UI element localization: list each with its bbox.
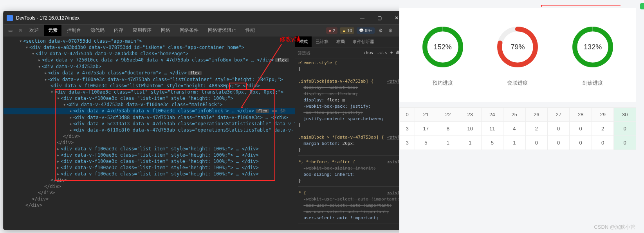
td: 0	[614, 122, 636, 136]
dom-line[interactable]: <div data-v-5c333a13 data-v-47d753ab cla…	[73, 121, 295, 126]
td: 3	[400, 122, 415, 136]
dom-line-selected[interactable]: <div data-v-47d753ab data-v-f100ae3c cla…	[73, 108, 254, 114]
th: 30	[614, 108, 636, 122]
td: 1	[503, 136, 525, 150]
td: 10	[459, 122, 481, 136]
td: 0	[570, 136, 592, 150]
dom-line[interactable]: <div data-v-725010cc data-v-9b5aeb40 dat…	[42, 57, 274, 63]
th: 29	[592, 108, 613, 122]
status-dot	[640, 3, 644, 9]
dom-line[interactable]: <section data-v-078753dd class="app-main…	[23, 38, 142, 44]
tab-netcond[interactable]: 网络条件	[176, 25, 202, 36]
tab-perf[interactable]: 性能	[242, 25, 259, 36]
td: 4	[503, 122, 525, 136]
dom-line[interactable]: </div>	[32, 196, 49, 202]
dom-line[interactable]: <div data-v-47d753ab data-v-f100ae3c cla…	[67, 102, 222, 107]
style-rules[interactable]: element.style { } <style> .infoBlock[dat…	[295, 58, 408, 230]
info-badge[interactable]: 99+	[357, 27, 375, 34]
dom-line[interactable]: <div data-v-f100ae3c class="list-item" s…	[61, 159, 259, 164]
td: 2	[525, 122, 547, 136]
events-tab[interactable]: 事件侦听器	[349, 36, 378, 47]
td: 0	[547, 136, 569, 150]
td: 5	[415, 136, 437, 150]
device-icon[interactable]: ⎚	[16, 26, 24, 35]
tab-application[interactable]: 应用程序	[129, 25, 155, 36]
progress-cards: 152% 预约进度 79% 套联进度 132% 到诊进度	[399, 8, 636, 102]
tab-network[interactable]: 网络	[157, 25, 174, 36]
dom-line[interactable]: <div data-v-f100ae3c data-v-47d753ab cla…	[48, 77, 283, 82]
layout-badge: flex	[188, 71, 202, 75]
td: 5	[481, 136, 503, 150]
th: 22	[437, 108, 459, 122]
tab-memory[interactable]: 内存	[110, 25, 127, 36]
td: 17	[415, 122, 437, 136]
progress-card-0: 152% 预约进度	[421, 25, 464, 96]
dom-tree[interactable]: ▾<section data-v-078753dd class="app-mai…	[4, 36, 295, 230]
layout-tab[interactable]: 布局	[332, 36, 349, 47]
tab-elements[interactable]: 元素	[44, 25, 61, 36]
tab-console[interactable]: 控制台	[63, 25, 85, 36]
hov-toggle[interactable]: :hov	[363, 50, 374, 55]
new-rule-icon[interactable]: +	[390, 50, 393, 55]
tab-welcome[interactable]: 欢迎	[25, 25, 43, 36]
td: 11	[481, 122, 503, 136]
warnings-badge[interactable]: 10	[340, 27, 354, 34]
dom-line[interactable]: </div>	[57, 140, 74, 145]
app-right-panel: 152% 预约进度 79% 套联进度 132% 到诊进度 0 21 22	[399, 0, 644, 233]
maximize-button[interactable]: ▢	[371, 11, 388, 25]
td: 0	[525, 136, 547, 150]
dom-line[interactable]: </div>	[44, 184, 61, 189]
dom-line[interactable]: <div data-v-f100ae3c class="listPhantom"…	[51, 83, 260, 89]
cls-toggle[interactable]: .cls	[377, 50, 387, 55]
dom-line[interactable]: <div data-v-47d753ab data-v-a83bd3b0 cla…	[36, 51, 188, 56]
dom-line[interactable]: </div>	[38, 190, 55, 195]
donut-0: 152%	[421, 25, 464, 69]
styles-panel: 样式 已计算 布局 事件侦听器 » :hov .cls + 🖶 ▣ elemen…	[295, 36, 408, 230]
annotation-arrow-top	[542, 5, 621, 6]
tab-netblock[interactable]: 网络请求阻止	[204, 25, 240, 36]
th: 21	[415, 108, 437, 122]
dom-line[interactable]: </div>	[63, 134, 80, 139]
donut-1: 79%	[496, 25, 539, 69]
window-title: DevTools - 172.16.0.127/index	[16, 15, 79, 21]
inspect-icon[interactable]: ▭	[6, 26, 15, 35]
computed-tab[interactable]: 已计算	[312, 36, 332, 47]
td: 0	[614, 136, 636, 150]
devtools-icon	[7, 15, 13, 21]
donut-2: 132%	[571, 25, 614, 69]
dom-line[interactable]: </div>	[25, 202, 42, 208]
donut-value: 79%	[496, 25, 539, 69]
dom-line[interactable]: <div data-v-f100ae3c class="list-item" s…	[61, 152, 259, 158]
styles-filter-input[interactable]	[298, 51, 318, 55]
td: 0	[592, 136, 613, 150]
th: 25	[503, 108, 525, 122]
dom-line[interactable]: <div data-v-f100ae3c class="list-item" s…	[61, 171, 259, 177]
donut-label: 套联进度	[507, 79, 528, 87]
dom-line[interactable]: <div data-v-f100ae3c class="list-item" s…	[61, 96, 233, 101]
td: 0	[547, 122, 569, 136]
panel-tabs: ▭ ⎚ 欢迎 元素 控制台 源代码 内存 应用程序 网络 网络条件 网络请求阻止…	[4, 25, 408, 36]
progress-card-2: 132% 到诊进度	[571, 25, 614, 96]
dom-line[interactable]: <div data-v-47d753ab class="doctorForm">…	[48, 70, 187, 76]
th: 23	[459, 108, 481, 122]
dom-line[interactable]: <div data-v-f100ae3c class="list" style=…	[54, 89, 283, 95]
errors-badge[interactable]: 2	[326, 27, 337, 34]
titlebar: DevTools - 172.16.0.127/index — ▢ ✕	[4, 11, 408, 25]
td: 3	[400, 136, 415, 150]
dom-line[interactable]: </div>	[51, 177, 67, 183]
td: 1	[437, 136, 459, 150]
dom-line[interactable]: <div data-v-a83bd3b0 data-v-078753dd id=…	[29, 45, 244, 50]
table-row: 3 5 1 1 5 1 0 0 0 0 0	[400, 136, 636, 150]
dom-line[interactable]: <div data-v-47d753ab>	[42, 64, 101, 69]
table-header-row: 0 21 22 23 24 25 26 27 28 29 30	[400, 108, 636, 122]
dom-line[interactable]: <div data-v-6f10c8f0 data-v-47d753ab cla…	[73, 127, 295, 133]
settings2-icon[interactable]: ⚙	[387, 26, 394, 35]
tab-sources[interactable]: 源代码	[87, 25, 108, 36]
minimize-button[interactable]: —	[354, 11, 371, 25]
settings-icon[interactable]: ⚙	[377, 26, 384, 35]
dom-line[interactable]: <div data-v-f100ae3c class="list-item" s…	[61, 146, 259, 152]
layout-badge: flex	[275, 58, 289, 62]
dom-line[interactable]: <div data-v-52df3d88 data-v-47d753ab cla…	[73, 115, 288, 120]
th: 0	[400, 108, 415, 122]
dom-line[interactable]: <div data-v-f100ae3c class="list-item" s…	[61, 165, 259, 170]
